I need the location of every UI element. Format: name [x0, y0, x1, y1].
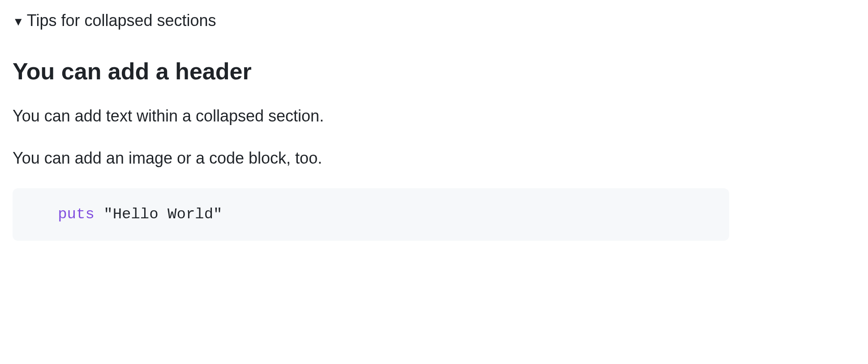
- summary-label: Tips for collapsed sections: [27, 11, 216, 30]
- section-heading: You can add a header: [13, 57, 729, 86]
- code-content: puts "Hello World": [30, 206, 223, 223]
- code-keyword: puts: [58, 206, 95, 223]
- disclosure-triangle-icon: ▼: [13, 16, 24, 27]
- code-string: "Hello World": [103, 206, 222, 223]
- code-indent: [30, 206, 58, 223]
- document-root: ▼ Tips for collapsed sections You can ad…: [0, 0, 742, 251]
- code-space: [95, 206, 103, 223]
- body-paragraph-1: You can add text within a collapsed sect…: [13, 104, 729, 128]
- body-paragraph-2: You can add an image or a code block, to…: [13, 146, 729, 170]
- code-block: puts "Hello World": [13, 188, 729, 241]
- collapsible-summary[interactable]: ▼ Tips for collapsed sections: [13, 11, 729, 30]
